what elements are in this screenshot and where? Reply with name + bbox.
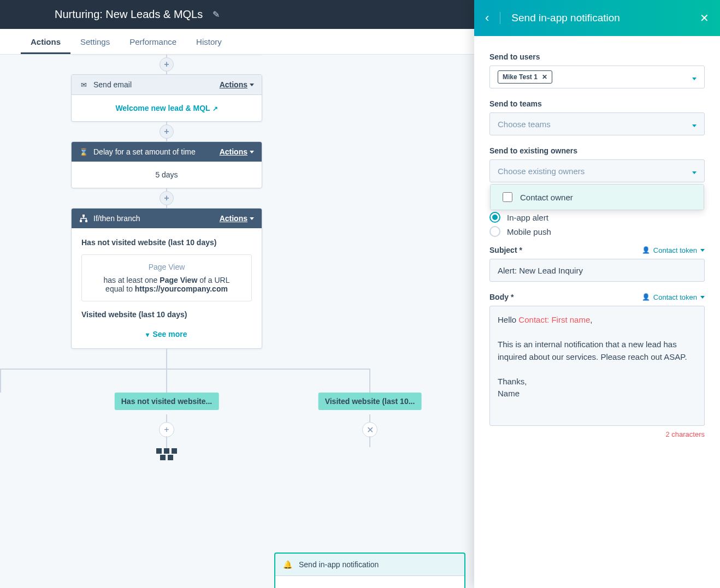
- hourglass-icon: ⌛: [79, 147, 88, 156]
- owner-option-contact-owner[interactable]: Contact owner: [491, 185, 704, 210]
- contact-token-button[interactable]: Contact token: [642, 293, 705, 301]
- body-token: Contact: First name: [518, 315, 590, 324]
- field-send-to-users: Send to users Mike Test 1 ✕: [489, 52, 705, 88]
- connector: +: [166, 55, 167, 74]
- tab-actions[interactable]: Actions: [21, 37, 70, 54]
- card-send-email[interactable]: ✉ Send email Actions Welcome new lead & …: [71, 74, 262, 122]
- tab-history[interactable]: History: [186, 37, 232, 54]
- tab-row: Actions Settings Performance History: [0, 29, 474, 55]
- branch-split: [0, 349, 474, 393]
- add-action-button[interactable]: +: [160, 124, 174, 139]
- see-more-button[interactable]: ▾See more: [81, 325, 252, 338]
- remove-chip-icon[interactable]: ✕: [542, 73, 547, 81]
- card-actions-menu[interactable]: Actions: [220, 214, 254, 223]
- edit-title-icon[interactable]: ✎: [213, 9, 220, 20]
- chevron-down-icon: [692, 167, 697, 176]
- email-icon: ✉: [79, 80, 88, 89]
- users-select[interactable]: Mike Test 1 ✕: [489, 66, 705, 88]
- card-title: Send in-app notification: [299, 560, 379, 569]
- field-subject: Subject * Contact token: [489, 246, 705, 282]
- teams-select[interactable]: Choose teams: [489, 112, 705, 135]
- radio-icon: [489, 212, 500, 223]
- close-button[interactable]: ✕: [700, 11, 709, 25]
- goal-icon: [156, 448, 178, 461]
- card-actions-menu[interactable]: Actions: [220, 80, 254, 89]
- user-chip[interactable]: Mike Test 1 ✕: [498, 70, 552, 84]
- side-panel: ‹ Send in-app notification ✕ Send to use…: [474, 0, 720, 588]
- page-view-criteria: Page View has at least one Page View of …: [81, 254, 252, 301]
- field-body: Body * Contact token Hello Contact: Firs…: [489, 293, 705, 426]
- bell-icon: 🔔: [283, 560, 292, 569]
- field-notification-type: In-app alert Mobile push: [489, 212, 705, 237]
- card-actions-menu[interactable]: Actions: [220, 147, 254, 156]
- radio-inapp-alert[interactable]: In-app alert: [489, 212, 705, 223]
- branch-condition-2: Visited website (last 10 days): [81, 310, 252, 319]
- card-send-notification-selected[interactable]: 🔔 Send in-app notification: [274, 553, 465, 588]
- back-button[interactable]: ‹: [485, 12, 500, 24]
- connector: +: [166, 122, 167, 141]
- connector: +: [166, 188, 167, 208]
- branch-condition-1: Has not visited website (last 10 days): [81, 238, 252, 247]
- svg-rect-2: [85, 220, 87, 222]
- field-send-to-teams: Send to teams Choose teams: [489, 99, 705, 135]
- panel-header: ‹ Send in-app notification ✕: [474, 0, 720, 36]
- branch-tags: Has not visited website... Visited websi…: [0, 393, 474, 414]
- external-link-icon: ↗: [213, 105, 218, 112]
- card-title: Delay for a set amount of time: [93, 147, 196, 156]
- tab-settings[interactable]: Settings: [70, 37, 120, 54]
- owner-option-checkbox[interactable]: [503, 192, 512, 202]
- body-textarea[interactable]: Hello Contact: First name, This is an in…: [489, 306, 705, 426]
- card-branch[interactable]: If/then branch Actions Has not visited w…: [71, 208, 262, 349]
- field-send-to-owners: Send to existing owners Choose existing …: [489, 146, 705, 182]
- add-action-button[interactable]: +: [160, 191, 174, 205]
- panel-title: Send in-app notification: [511, 12, 689, 24]
- branch-tag-left[interactable]: Has not visited website...: [115, 393, 219, 410]
- svg-rect-0: [82, 215, 85, 217]
- character-count: 2 characters: [489, 430, 705, 438]
- workflow-header: Nurturing: New Leads & MQLs ✎: [0, 0, 474, 29]
- tab-performance[interactable]: Performance: [120, 37, 186, 54]
- add-action-button[interactable]: +: [159, 422, 174, 437]
- radio-icon: [489, 226, 500, 237]
- owners-dropdown: Contact owner: [490, 184, 704, 210]
- chevron-down-icon: [692, 120, 697, 129]
- contact-token-button[interactable]: Contact token: [642, 246, 705, 254]
- svg-rect-1: [80, 220, 82, 222]
- email-link[interactable]: Welcome new lead & MQL↗: [72, 95, 262, 121]
- add-action-button[interactable]: +: [160, 57, 174, 72]
- delay-value: 5 days: [72, 162, 262, 188]
- card-delay[interactable]: ⌛ Delay for a set amount of time Actions…: [71, 141, 262, 188]
- remove-branch-button[interactable]: ✕: [362, 422, 377, 437]
- radio-mobile-push[interactable]: Mobile push: [489, 226, 705, 237]
- workflow-canvas[interactable]: + ✉ Send email Actions Welcome new lead …: [0, 55, 474, 588]
- chevron-down-icon: [692, 73, 697, 82]
- branch-tag-right[interactable]: Visited website (last 10...: [318, 393, 422, 410]
- owners-select[interactable]: Choose existing owners Contact owner: [489, 159, 705, 182]
- card-title: If/then branch: [93, 214, 140, 223]
- workflow-title: Nurturing: New Leads & MQLs: [55, 8, 203, 21]
- card-title: Send email: [93, 80, 132, 89]
- chevron-down-icon: ▾: [146, 331, 149, 338]
- subject-input[interactable]: [489, 259, 705, 282]
- sitemap-icon: [79, 214, 88, 223]
